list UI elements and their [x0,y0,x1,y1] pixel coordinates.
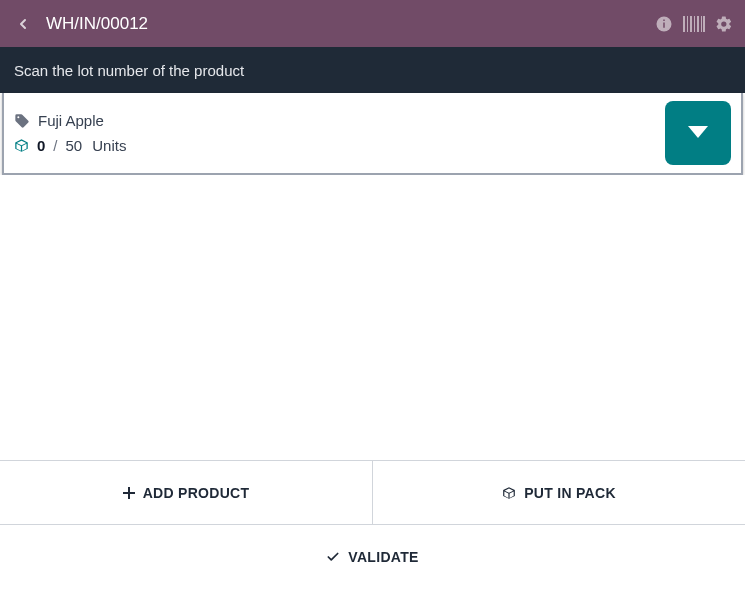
caret-down-icon [688,126,708,140]
svg-rect-5 [690,16,692,32]
product-name: Fuji Apple [38,112,104,129]
barcode-icon [683,16,705,32]
action-bar: ADD PRODUCT PUT IN PACK [0,460,745,524]
put-in-pack-button[interactable]: PUT IN PACK [372,461,745,524]
validate-label: VALIDATE [348,549,418,565]
header-actions [655,15,733,33]
gear-icon [715,15,733,33]
qty-demand: 50 [66,137,83,154]
svg-rect-2 [663,19,665,21]
settings-button[interactable] [715,15,733,33]
svg-rect-4 [687,16,688,32]
add-product-label: ADD PRODUCT [143,485,250,501]
empty-area [0,175,745,460]
expand-button[interactable] [665,101,731,165]
check-icon [326,550,340,564]
package-icon [502,486,516,500]
plus-icon [123,487,135,499]
svg-rect-3 [683,16,685,32]
svg-rect-6 [694,16,695,32]
put-in-pack-label: PUT IN PACK [524,485,616,501]
product-list: Fuji Apple 0 / 50 Units [2,93,743,175]
app-header: WH/IN/00012 [0,0,745,47]
barcode-button[interactable] [683,16,705,32]
svg-marker-10 [688,126,708,138]
page-title: WH/IN/00012 [46,14,655,34]
info-button[interactable] [655,15,673,33]
svg-rect-1 [663,22,665,27]
svg-rect-9 [703,16,705,32]
product-info: Fuji Apple 0 / 50 Units [14,112,655,154]
qty-separator: / [53,137,57,154]
package-icon [14,138,29,153]
product-name-line: Fuji Apple [14,112,655,129]
validate-button[interactable]: VALIDATE [0,524,745,588]
product-qty-line: 0 / 50 Units [14,137,655,154]
uom-label: Units [92,137,126,154]
add-product-button[interactable]: ADD PRODUCT [0,461,372,524]
product-row[interactable]: Fuji Apple 0 / 50 Units [4,93,741,173]
svg-rect-7 [697,16,699,32]
info-icon [655,15,673,33]
chevron-left-icon [15,16,31,32]
svg-rect-8 [701,16,702,32]
scan-instruction-text: Scan the lot number of the product [14,62,244,79]
svg-rect-12 [123,492,135,494]
qty-done: 0 [37,137,45,154]
tag-icon [14,113,30,129]
back-button[interactable] [8,9,38,39]
scan-instruction-bar: Scan the lot number of the product [0,47,745,93]
